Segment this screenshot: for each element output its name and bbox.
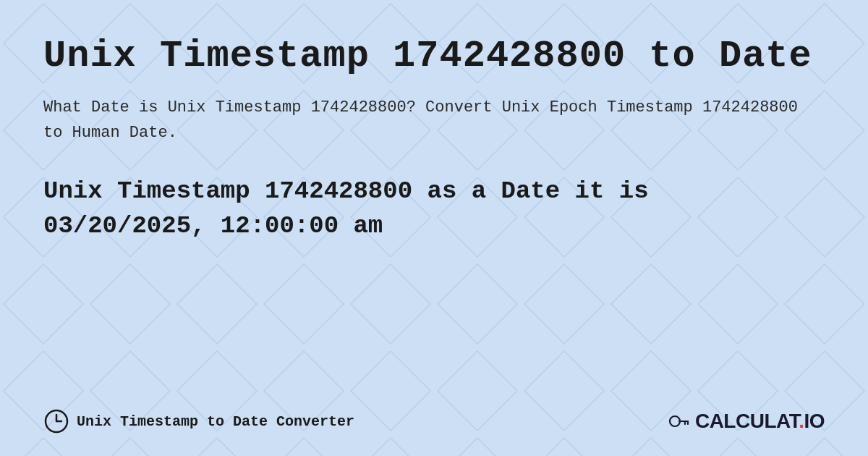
page-title: Unix Timestamp 1742428800 to Date <box>43 35 825 77</box>
clock-icon <box>43 408 69 434</box>
logo-text: CALCULAT.IO <box>695 410 825 433</box>
footer-label: Unix Timestamp to Date Converter <box>77 413 354 430</box>
result-text: Unix Timestamp 1742428800 as a Date it i… <box>43 174 825 243</box>
calculat-logo[interactable]: CALCULAT.IO <box>668 410 825 433</box>
logo-icon <box>668 410 691 433</box>
result-line1: Unix Timestamp 1742428800 as a Date it i… <box>43 177 649 205</box>
result-line2: 03/20/2025, 12:00:00 am <box>43 212 383 240</box>
description-text: What Date is Unix Timestamp 1742428800? … <box>43 95 825 145</box>
footer-converter-link[interactable]: Unix Timestamp to Date Converter <box>43 408 354 434</box>
